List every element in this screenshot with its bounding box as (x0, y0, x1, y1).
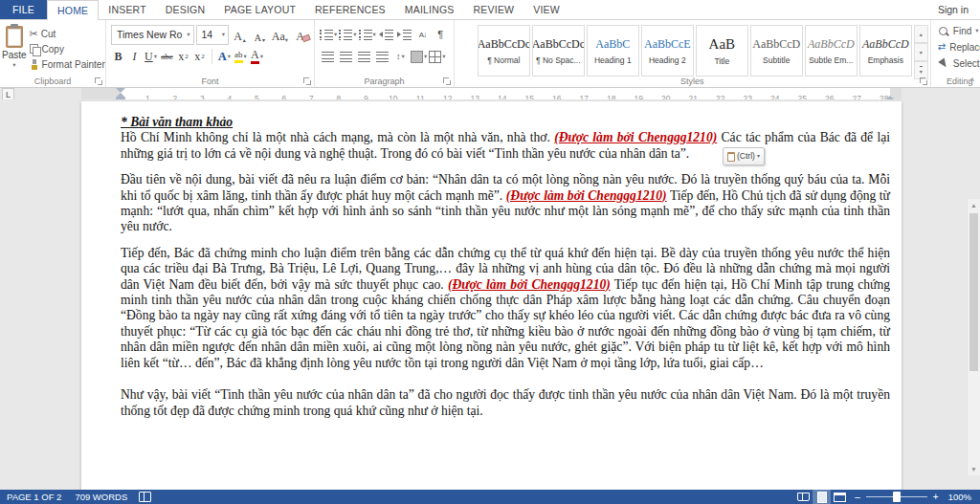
scrollbar-thumb[interactable] (969, 213, 978, 371)
style-item[interactable]: AaB Title (696, 25, 748, 77)
paragraph-dialog-launcher[interactable] (443, 77, 451, 85)
ribbon-tab[interactable]: INSERT (99, 0, 156, 19)
paragraph[interactable]: Tiếp đến, Bác đã chứng minh cho luận điể… (121, 246, 890, 371)
superscript-button[interactable]: x2 (192, 48, 207, 65)
more-styles-icon: ▾ (920, 66, 923, 75)
ribbon-tab[interactable]: REVIEW (464, 0, 524, 19)
web-layout-button[interactable] (831, 490, 849, 504)
ribbon-tab[interactable]: MAILINGS (395, 0, 464, 19)
justify-button[interactable] (374, 48, 390, 65)
show-formatting-marks-button[interactable]: ¶ (433, 26, 449, 43)
style-item[interactable]: AaBbCcD Emphasis (859, 25, 912, 77)
grow-font-button[interactable]: A ▴ (231, 26, 249, 43)
ribbon-tab[interactable]: VIEW (523, 0, 569, 19)
bullets-button[interactable]: ▾ (320, 26, 337, 43)
zoom-slider-thumb[interactable] (893, 492, 901, 502)
paste-options-button[interactable]: (Ctrl) ▾ (723, 147, 765, 165)
zoom-slider[interactable] (866, 496, 927, 497)
align-left-button[interactable] (320, 48, 336, 65)
text-run: Hồ Chí Minh không chỉ là một nhà cách mạ… (121, 130, 554, 144)
gallery-scroll-up-button[interactable]: ▴ (914, 25, 928, 43)
styles-dialog-launcher[interactable] (920, 77, 927, 85)
style-label: Heading 1 (594, 55, 632, 65)
document-page[interactable]: * Bài văn tham khảo Hồ Chí Minh không ch… (81, 101, 902, 490)
find-button[interactable]: Find ▾ (938, 23, 980, 38)
cut-button[interactable]: ✂ Cut (27, 26, 108, 41)
scroll-up-button[interactable]: ▲ (968, 199, 980, 211)
paragraph[interactable]: Hồ Chí Minh không chỉ là một nhà cách mạ… (121, 130, 890, 162)
line-spacing-button[interactable]: ↕▾ (392, 48, 409, 65)
align-center-button[interactable] (338, 48, 354, 65)
strikethrough-button[interactable]: abc (160, 48, 174, 65)
increase-indent-button[interactable] (396, 26, 412, 43)
print-layout-button[interactable] (813, 490, 831, 504)
style-gallery: AaBbCcDc ¶ Normal AaBbCcDc ¶ No Spac... … (478, 23, 912, 77)
format-painter-label: Format Painter (42, 59, 105, 70)
document-heading[interactable]: * Bài văn tham khảo (121, 115, 890, 130)
paste-button[interactable]: Paste ▾ (2, 23, 27, 72)
ribbon-tab[interactable]: HOME (47, 0, 99, 20)
highlight-button[interactable]: ab ▾ (234, 48, 248, 65)
subscript-button[interactable]: x2 (176, 48, 190, 65)
sort-button[interactable]: A↓ (414, 26, 431, 43)
pilcrow-icon: ¶ (437, 29, 443, 40)
clear-formatting-button[interactable]: A (291, 26, 309, 43)
sign-in-button[interactable]: Sign in (926, 0, 980, 19)
font-size-select[interactable]: 14 ▾ (196, 25, 229, 45)
replace-button[interactable]: ⇄ Replace (938, 39, 980, 55)
chevron-down-icon: ▾ (757, 148, 760, 164)
zoom-percentage[interactable]: 100% (945, 492, 980, 502)
style-item[interactable]: AaBbCcD Subtitle (750, 25, 803, 77)
shading-button[interactable]: ▾ (411, 48, 427, 65)
document-area: * Bài văn tham khảo Hồ Chí Minh không ch… (0, 99, 980, 490)
ribbon-tab[interactable]: REFERENCES (305, 0, 395, 19)
shrink-font-button[interactable]: A ▾ (251, 26, 269, 43)
italic-button[interactable]: I (127, 48, 142, 65)
sort-icon: A↓ (419, 31, 426, 39)
paragraph[interactable]: Như vậy, bài viết “Tinh thần yêu nước củ… (121, 387, 890, 419)
style-item[interactable]: AaBbCcE Heading 2 (641, 25, 694, 77)
format-painter-button[interactable]: Format Painter (27, 56, 108, 72)
text-run: (Được làm bởi Chenggg1210) (554, 130, 717, 144)
style-label: Emphasis (868, 55, 903, 65)
style-item[interactable]: AaBbCcDc ¶ No Spac... (532, 25, 585, 77)
bold-button[interactable]: B (111, 48, 125, 65)
style-item[interactable]: AaBbCcDc ¶ Normal (478, 25, 530, 77)
font-dialog-launcher[interactable] (303, 77, 311, 85)
style-item[interactable]: AaBbC Heading 1 (587, 25, 639, 77)
chevron-down-icon: ▾ (353, 32, 356, 38)
ribbon-tab[interactable]: PAGE LAYOUT (214, 0, 305, 19)
decrease-indent-button[interactable] (378, 26, 394, 43)
search-icon (939, 27, 947, 35)
clipboard-dialog-launcher[interactable] (95, 77, 102, 85)
style-sample: AaBbCcD (808, 37, 855, 52)
multilevel-list-button[interactable]: ▾ (359, 26, 376, 43)
line-spacing-icon: ↕ (396, 52, 401, 61)
read-mode-button[interactable] (794, 490, 813, 504)
font-family-select[interactable]: Times New Ro ▾ (111, 25, 194, 45)
text-effects-button[interactable]: A ▾ (217, 48, 232, 65)
gallery-scroll-down-button[interactable]: ▾ (914, 43, 928, 61)
select-button[interactable]: Select ▾ (938, 55, 980, 71)
proofing-icon[interactable] (139, 492, 151, 502)
numbering-button[interactable]: ▾ (339, 26, 356, 43)
zoom-out-button[interactable]: – (849, 492, 866, 502)
style-item[interactable]: AaBbCcD Subtle Em... (805, 25, 858, 77)
ribbon-tab[interactable]: DESIGN (156, 0, 214, 19)
borders-button[interactable]: ▾ (429, 48, 445, 65)
zoom-in-button[interactable]: + (927, 492, 945, 502)
collapse-ribbon-button[interactable]: ^ (970, 77, 974, 86)
vertical-scrollbar[interactable]: ▲ ▼ (967, 199, 980, 475)
underline-button[interactable]: U ▾ (144, 48, 158, 65)
copy-button[interactable]: Copy (27, 41, 108, 56)
word-count[interactable]: 709 WORDS (68, 492, 134, 502)
paragraph[interactable]: Đầu tiên về nội dung, bài viết đã nêu ra… (121, 172, 890, 235)
page-count[interactable]: PAGE 1 OF 2 (0, 492, 68, 502)
superscript-icon: x (194, 50, 200, 64)
font-group-label: Font (106, 77, 314, 86)
scroll-down-button[interactable]: ▼ (968, 463, 980, 475)
ribbon-tab[interactable]: FILE (0, 0, 47, 19)
change-case-button[interactable]: Aa ▾ (271, 26, 289, 43)
font-color-button[interactable]: A ▾ (250, 48, 264, 65)
align-right-button[interactable] (356, 48, 372, 65)
